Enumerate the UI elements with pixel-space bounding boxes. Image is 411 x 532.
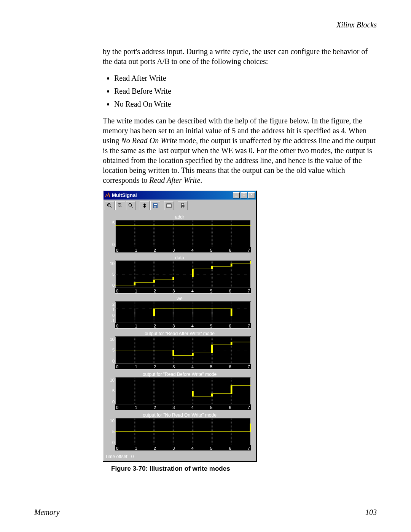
plot-0: addr5001234567 xyxy=(106,214,253,253)
svg-rect-12 xyxy=(167,204,171,208)
plot-title: output for "Read After Write" mode xyxy=(106,331,253,336)
save-icon[interactable] xyxy=(150,201,160,210)
plot-canvas[interactable]: 105001234567 xyxy=(115,377,251,410)
svg-point-7 xyxy=(129,203,132,206)
bullet-item: Read Before Write xyxy=(114,85,377,97)
plot-3: output for "Read After Write" mode105001… xyxy=(106,331,253,369)
params-icon[interactable] xyxy=(164,201,174,210)
maximize-button[interactable]: □ xyxy=(241,192,247,198)
multisignal-titlebar[interactable]: MultSignal _ □ × xyxy=(104,191,256,200)
bullet-item: No Read On Write xyxy=(114,97,377,110)
svg-rect-10 xyxy=(154,204,157,205)
bullet-item: Read After Write xyxy=(114,72,377,85)
print-icon[interactable] xyxy=(178,201,188,210)
svg-line-8 xyxy=(131,206,133,208)
plot-canvas[interactable]: 105001234567 xyxy=(115,260,251,294)
plot-canvas[interactable]: 105001234567 xyxy=(115,336,251,369)
autoscale-icon[interactable] xyxy=(140,201,150,210)
multisignal-window: MultSignal _ □ × addr5001 xyxy=(103,190,256,462)
header-rule xyxy=(34,31,377,31)
zoom-xy-icon[interactable] xyxy=(126,201,136,210)
minimize-button[interactable]: _ xyxy=(233,192,240,198)
plot-canvas[interactable]: 105001234567 xyxy=(115,418,251,451)
svg-rect-17 xyxy=(182,206,184,208)
zoom-in-icon[interactable] xyxy=(105,201,115,210)
close-button[interactable]: × xyxy=(248,192,255,198)
body-column: by the port's address input. During a wr… xyxy=(103,46,377,473)
paragraph-1: by the port's address input. During a wr… xyxy=(103,46,377,66)
footer-left: Memory xyxy=(34,508,60,517)
write-mode-bullets: Read After Write Read Before Write No Re… xyxy=(103,72,377,110)
plots-area: addr5001234567data105001234567we210-1012… xyxy=(104,212,256,454)
plot-1: data105001234567 xyxy=(106,255,253,294)
plot-title: output for "No Read On Write" mode xyxy=(106,412,253,418)
window-title: MultSignal xyxy=(112,192,137,199)
app-icon xyxy=(104,192,110,198)
time-offset-label: Time offset: 0 xyxy=(104,454,256,461)
plot-title: addr xyxy=(106,214,253,220)
footer-page-number: 103 xyxy=(365,508,377,517)
svg-rect-11 xyxy=(154,206,156,208)
multisignal-toolbar xyxy=(104,200,256,212)
plot-title: output for "Read Before Write" mode xyxy=(106,372,253,377)
plot-canvas[interactable]: 5001234567 xyxy=(115,220,251,253)
svg-rect-33 xyxy=(115,302,251,323)
plot-title: we xyxy=(106,296,253,301)
zoom-out-icon[interactable] xyxy=(115,201,125,210)
figure-caption: Figure 3-70: Illustration of write modes xyxy=(111,465,377,473)
paragraph-2: The write modes can be described with th… xyxy=(103,116,377,185)
svg-line-5 xyxy=(121,206,122,208)
plot-title: data xyxy=(106,255,253,260)
plot-4: output for "Read Before Write" mode10500… xyxy=(106,372,253,410)
plot-canvas[interactable]: 210-101234567 xyxy=(115,301,251,329)
svg-rect-18 xyxy=(115,220,251,247)
plot-5: output for "No Read On Write" mode105001… xyxy=(106,412,253,451)
svg-line-1 xyxy=(110,206,112,208)
svg-rect-16 xyxy=(182,203,184,205)
plot-2: we210-101234567 xyxy=(106,296,253,329)
page-header-right: Xilinx Blocks xyxy=(34,21,377,29)
